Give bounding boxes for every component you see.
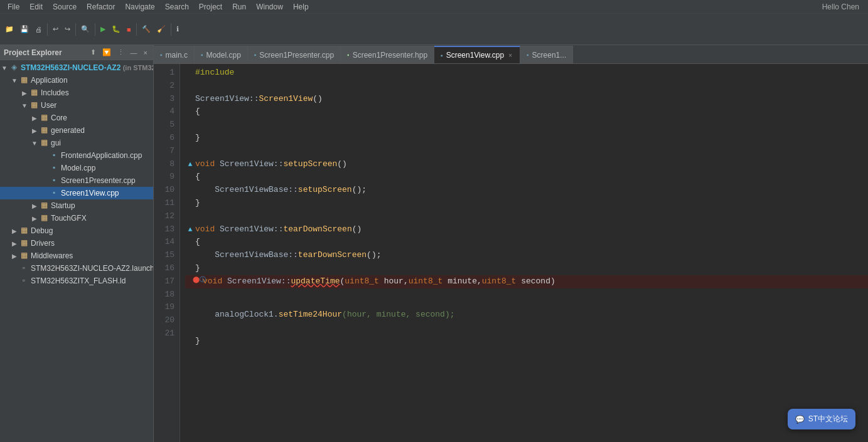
tree-label-application: Application [31,76,68,85]
code-line-1[interactable]: #include [185,66,868,80]
sidebar-item-generated[interactable]: ▶▦generated [0,124,153,137]
op: :: [274,224,284,234]
sidebar-item-user[interactable]: ▼▦User [0,99,153,112]
menu-search[interactable]: Search [160,1,194,13]
sidebar-item-core[interactable]: ▶▦Core [0,112,153,124]
code-line-9[interactable]: { [185,171,868,184]
sidebar-item-screen1view[interactable]: ▪Screen1View.cpp [0,187,153,199]
sidebar-menu-btn[interactable]: ⋮ [115,48,126,57]
tree-arrow: ▶ [10,240,19,247]
sidebar-item-application[interactable]: ▼▦Application [0,74,153,87]
code-line-8[interactable]: ▲void Screen1View::setupScreen() [185,158,868,171]
tab-mainc[interactable]: ▪main.c [154,46,195,63]
sidebar-item-frontendapp[interactable]: ▪FrontendApplication.cpp [0,149,153,162]
code-line-13[interactable]: ▲void Screen1View::tearDownScreen() [185,223,868,236]
code-text-6: } [195,132,868,145]
toolbar-btn-undo[interactable]: ↩ [50,24,61,34]
tab-Screen1Presentercpp[interactable]: ▪Screen1Presenter.cpp [248,46,341,63]
menu-help[interactable]: Help [288,1,314,13]
toolbar-btn-debug[interactable]: 🐛 [109,24,123,34]
toolbar-btn-search[interactable]: 🔍 [78,24,92,34]
toolbar-btn-stop[interactable]: ■ [124,24,134,34]
toolbar-btn-build[interactable]: 🔨 [139,24,153,34]
code-arrow-6 [185,132,195,133]
sidebar-close-btn[interactable]: × [142,48,149,57]
toolbar-btn-info[interactable]: ℹ [174,24,181,34]
chat-button[interactable]: 💬 ST中文论坛 [788,409,855,429]
sidebar-content: ▼◈STM32H563ZI-NUCLEO-AZ2 (in STM32CubeID… [0,60,153,442]
toolbar-btn-redo[interactable]: ↪ [62,24,73,34]
sidebar-item-flash[interactable]: ▫STM32H563ZITX_FLASH.ld [0,275,153,287]
menu-refactor[interactable]: Refactor [82,1,120,13]
code-text-2 [195,80,868,93]
sidebar-item-launch[interactable]: ▫STM32H563ZI-NUCLEO-AZ2.launch [0,262,153,275]
toolbar-btn-clean[interactable]: 🧹 [154,24,168,34]
toolbar-btn-print[interactable]: 🖨 [33,24,45,34]
code-arrow-8: ▲ [185,158,195,171]
sidebar-item-includes[interactable]: ▶▦Includes [0,87,153,99]
code-line-14[interactable]: { [185,236,868,249]
code-line-5[interactable] [185,118,868,132]
tab-icon: ▪ [441,52,443,59]
sidebar-item-screen1presenter[interactable]: ▪Screen1Presenter.cpp [0,174,153,187]
tab-Screen1[interactable]: ▪Screen1... [520,46,573,63]
code-text-12 [195,210,868,223]
menu-edit[interactable]: Edit [24,1,48,13]
code-line-18[interactable]: analogClock1.setTime24Hour(hour, minute,… [185,308,868,322]
menu-window[interactable]: Window [251,1,288,13]
editor-content[interactable]: 123456789101112131415161718192021 #inclu… [154,64,868,442]
sidebar-title: Project Explorer [4,48,62,57]
pp-include: #include [195,68,234,77]
code-line-17[interactable]: ⬤ⓘvoid Screen1View::updateTime(uint8_t h… [185,275,868,288]
code-line-20[interactable]: } [185,335,868,348]
sidebar-collapse-btn[interactable]: ⬆ [88,48,98,57]
sidebar-item-root[interactable]: ▼◈STM32H563ZI-NUCLEO-AZ2 (in STM32CubeID… [0,61,153,74]
tree-icon-screen1presenter: ▪ [49,176,59,186]
code-line-16[interactable]: } [185,262,868,275]
tree-icon-screen1view: ▪ [49,188,59,198]
code-line-4[interactable]: { [185,105,868,118]
line-number-8: 8 [159,158,174,171]
tree-icon-model: ▪ [49,163,59,173]
sidebar-item-drivers[interactable]: ▶▦Drivers [0,237,153,250]
sidebar-filter-btn[interactable]: 🔽 [100,48,113,57]
sidebar-item-gui[interactable]: ▼▦gui [0,137,153,149]
tab-label: Screen1... [532,51,567,60]
code-line-19[interactable] [185,322,868,335]
tree-label-touchgfx: TouchGFX [51,214,87,223]
keyword: uint8_t [409,276,443,286]
toolbar-btn-2[interactable]: 💾 [18,24,31,34]
tab-Screen1Presenterhpp[interactable]: ▪Screen1Presenter.hpp [341,46,434,63]
sidebar-item-startup[interactable]: ▶▦Startup [0,199,153,212]
code-line-3[interactable]: Screen1View::Screen1View() [185,93,868,106]
menu-source[interactable]: Source [48,1,82,13]
menu-project[interactable]: Project [194,1,227,13]
menu-run[interactable]: Run [227,1,251,13]
code-line-10[interactable]: Screen1ViewBase::setupScreen(); [185,184,868,197]
sidebar-item-touchgfx[interactable]: ▶▦TouchGFX [0,212,153,224]
tree-arrow: ▶ [30,115,39,122]
code-line-2[interactable] [185,80,868,93]
tree-label-model: Model.cpp [61,164,95,172]
tab-Modelcpp[interactable]: ▪Model.cpp [195,46,248,63]
sidebar-item-model[interactable]: ▪Model.cpp [0,162,153,174]
code-line-7[interactable] [185,145,868,158]
code-line-6[interactable]: } [185,132,868,145]
sidebar-item-debug[interactable]: ▶▦Debug [0,224,153,237]
code-line-15[interactable]: Screen1ViewBase::tearDownScreen(); [185,249,868,262]
toolbar-btn-run[interactable]: ▶ [98,24,108,34]
tree-arrow: ▶ [20,90,29,97]
funcname: tearDownScreen [283,224,351,234]
code-area[interactable]: #include Screen1View::Screen1View(){ } ▲… [180,64,868,442]
menu-navigate[interactable]: Navigate [120,1,159,13]
sidebar-item-middlewares[interactable]: ▶▦Middlewares [0,250,153,262]
code-line-21[interactable] [185,348,868,361]
menu-file[interactable]: File [3,1,24,13]
classname: Screen1ViewBase [215,185,288,194]
toolbar-btn-1[interactable]: 📁 [3,24,16,34]
sidebar-minimize-btn[interactable]: — [129,48,139,57]
tab-Screen1Viewcpp[interactable]: ▪Screen1View.cpp× [434,46,520,63]
code-line-12[interactable] [185,210,868,223]
tab-close-btn[interactable]: × [507,51,513,60]
code-line-11[interactable]: } [185,197,868,210]
